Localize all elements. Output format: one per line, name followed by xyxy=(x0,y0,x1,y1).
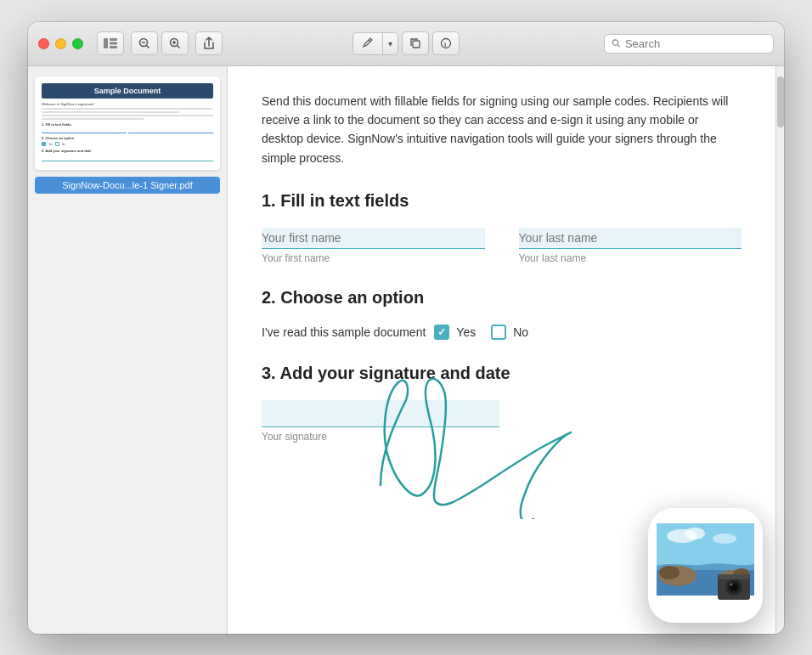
center-toolbar: ▾ i xyxy=(352,31,460,55)
last-name-label: Your last name xyxy=(519,252,742,264)
svg-point-30 xyxy=(730,583,733,585)
photo-app-image xyxy=(657,523,754,608)
svg-rect-1 xyxy=(110,38,117,41)
thumbnail-title: Sample Document xyxy=(42,83,213,99)
section2-heading: 2. Choose an option xyxy=(262,288,742,308)
traffic-lights xyxy=(38,38,83,49)
annotate-button[interactable]: i xyxy=(432,31,460,55)
share-button[interactable] xyxy=(195,31,223,55)
minimize-button[interactable] xyxy=(55,38,66,49)
section1-heading: 1. Fill in text fields xyxy=(262,191,742,211)
maximize-button[interactable] xyxy=(72,38,83,49)
yes-checkbox[interactable] xyxy=(434,325,449,340)
pen-dropdown-arrow[interactable]: ▾ xyxy=(383,36,398,52)
zoom-out-button[interactable] xyxy=(131,31,158,55)
filename-label[interactable]: SignNow-Docu...le-1 Signer.pdf xyxy=(35,177,220,194)
svg-rect-0 xyxy=(104,38,108,48)
svg-point-15 xyxy=(612,40,617,45)
thumbnail-body: Welcome to SignNow e-signatures! 1. Fill… xyxy=(42,102,213,161)
no-label: No xyxy=(513,325,528,339)
svg-point-20 xyxy=(713,534,736,544)
svg-point-19 xyxy=(685,528,705,539)
pen-tool-button[interactable]: ▾ xyxy=(352,32,398,55)
svg-line-11 xyxy=(369,40,370,42)
checkbox-row: I've read this sample document Yes No xyxy=(262,325,742,340)
first-name-input[interactable] xyxy=(262,228,485,249)
svg-rect-3 xyxy=(110,46,117,48)
last-name-field: Your last name xyxy=(519,228,742,264)
first-name-field: Your first name xyxy=(262,228,485,264)
zoom-in-button[interactable] xyxy=(161,31,189,55)
intro-text: Send this document with fillable fields … xyxy=(262,92,742,168)
svg-text:i: i xyxy=(444,41,446,48)
pen-icon[interactable] xyxy=(353,33,383,54)
first-name-label: Your first name xyxy=(262,252,485,264)
scrollbar-thumb[interactable] xyxy=(777,76,784,127)
svg-line-10 xyxy=(178,46,180,48)
zoom-buttons xyxy=(131,31,189,55)
signature-field: Your signature xyxy=(262,400,742,443)
svg-rect-31 xyxy=(718,574,750,579)
no-checkbox[interactable] xyxy=(491,325,506,340)
option-group: Yes No xyxy=(434,325,528,340)
sidebar-toggle-button[interactable] xyxy=(97,31,124,55)
search-icon xyxy=(612,38,621,48)
last-name-input[interactable] xyxy=(519,228,742,249)
svg-rect-12 xyxy=(413,41,420,48)
checkbox-label: I've read this sample document xyxy=(262,325,426,339)
search-bar[interactable] xyxy=(604,34,774,54)
photo-app-icon xyxy=(648,508,763,623)
section2: 2. Choose an option I've read this sampl… xyxy=(262,288,742,340)
sidebar: Sample Document Welcome to SignNow e-sig… xyxy=(28,66,228,634)
document-thumbnail: Sample Document Welcome to SignNow e-sig… xyxy=(35,76,220,170)
yes-label: Yes xyxy=(456,325,476,339)
title-bar: ▾ i xyxy=(28,22,784,66)
signature-section: 3. Add your signature and date Your sign… xyxy=(262,364,742,443)
svg-point-23 xyxy=(659,566,679,579)
copy-button[interactable] xyxy=(402,31,429,55)
scrollbar[interactable] xyxy=(775,66,784,634)
svg-rect-2 xyxy=(110,42,117,45)
svg-line-16 xyxy=(617,44,620,47)
search-input[interactable] xyxy=(625,37,766,50)
signature-line[interactable] xyxy=(262,400,499,427)
section3-heading: 3. Add your signature and date xyxy=(262,364,742,383)
svg-rect-17 xyxy=(657,523,754,570)
signature-label: Your signature xyxy=(262,431,742,443)
name-fields-row: Your first name Your last name xyxy=(262,228,742,264)
close-button[interactable] xyxy=(38,38,49,49)
svg-line-6 xyxy=(147,46,149,48)
